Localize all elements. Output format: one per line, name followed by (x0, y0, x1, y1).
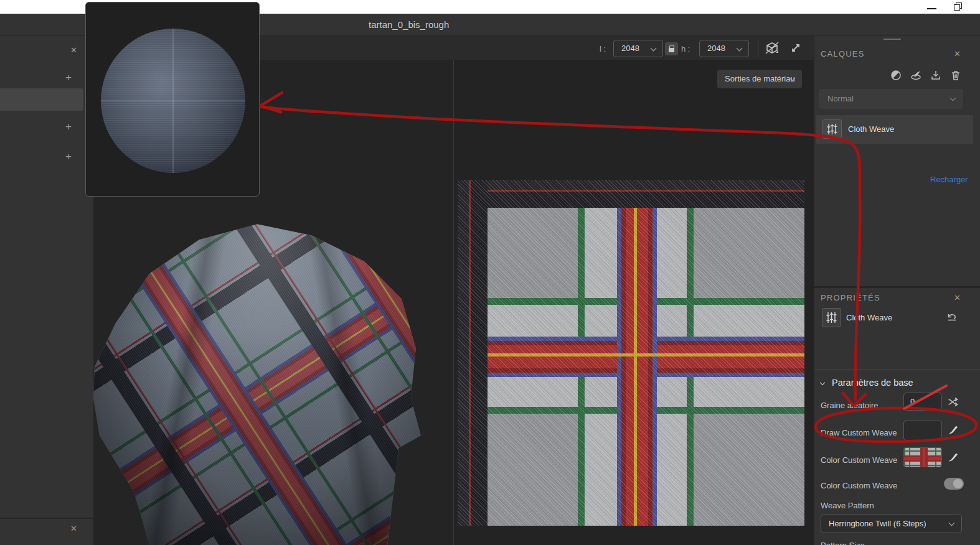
panel-divider (814, 369, 980, 370)
chevron-down-icon (820, 380, 825, 385)
material-outputs-dropdown[interactable]: Sorties de matériau (717, 70, 802, 88)
color-custom-weave-toggle[interactable] (944, 478, 964, 490)
brush-icon[interactable] (947, 451, 959, 463)
texture-2d-preview (458, 180, 804, 526)
lock-icon (669, 48, 674, 52)
random-seed-label: Graine aléatoire (821, 401, 879, 410)
left-sidebar: ✕ + + + ✕ (0, 36, 93, 545)
import-icon[interactable] (930, 69, 942, 82)
close-icon[interactable]: ✕ (954, 293, 961, 302)
chevron-down-icon (651, 45, 657, 52)
resource-header-row: Cloth Weave (814, 305, 980, 337)
random-seed-input[interactable]: 0 (903, 393, 942, 411)
3d-view-toggle-icon[interactable] (763, 40, 781, 57)
lock-ratio-button[interactable] (665, 42, 678, 55)
width-select[interactable]: 2048 (613, 40, 663, 57)
reload-link[interactable]: Recharger (930, 175, 968, 184)
add-button[interactable]: + (65, 121, 72, 133)
resource-name: Cloth Weave (846, 313, 892, 322)
color-custom-weave-toggle-label: Color Custom Weave (821, 481, 897, 490)
draw-custom-weave-label: Draw Custom Weave (821, 428, 897, 437)
height-select[interactable]: 2048 (699, 40, 749, 57)
shuffle-icon[interactable] (946, 396, 959, 408)
layer-row[interactable]: Cloth Weave (816, 115, 973, 144)
add-button[interactable]: + (65, 151, 72, 163)
chevron-down-icon (737, 45, 743, 52)
weave-pattern-label: Weave Pattern (821, 501, 874, 510)
weave-pattern-select[interactable]: Herringbone Twill (6 Steps) (821, 514, 962, 533)
draw-custom-weave-thumbnail[interactable] (903, 421, 942, 440)
reset-icon[interactable] (946, 311, 958, 324)
color-custom-weave-label: Color Custom Weave (821, 455, 897, 465)
chevron-down-icon (949, 520, 955, 526)
width-label: l : (600, 44, 606, 54)
close-icon[interactable]: ✕ (70, 45, 77, 55)
add-button[interactable]: + (65, 72, 72, 84)
material-preview-panel[interactable] (85, 2, 260, 197)
cloth-weave-icon (822, 119, 842, 139)
blend-mode-select[interactable]: Normal (819, 89, 963, 109)
properties-panel: PROPRIÉTÉS ✕ Cloth Weave (814, 288, 980, 545)
color-custom-weave-thumbnail[interactable] (903, 447, 942, 467)
toggle-knob (953, 479, 963, 488)
brush-icon[interactable] (947, 424, 959, 436)
delete-icon[interactable] (949, 69, 962, 82)
chevron-down-icon (950, 95, 956, 101)
app-window: tartan_0_bis_rough l : 2048 h : 2048 ✕ +… (0, 0, 980, 545)
material-sphere-preview (101, 29, 245, 173)
base-params-section-header[interactable]: Paramètres de base (821, 378, 913, 388)
panel-divider (0, 518, 93, 519)
pattern-size-label: Pattern Size (821, 541, 865, 545)
close-icon[interactable]: ✕ (954, 49, 961, 58)
viewport-2d[interactable] (454, 60, 814, 545)
selected-list-item[interactable] (0, 88, 83, 111)
effect-icon[interactable] (910, 69, 922, 82)
layers-panel-title: CALQUES (821, 49, 865, 58)
document-title: tartan_0_bis_rough (369, 19, 449, 30)
restore-window-icon[interactable] (954, 2, 962, 11)
fullscreen-icon[interactable] (789, 42, 802, 54)
properties-panel-title: PROPRIÉTÉS (821, 293, 880, 302)
panel-drag-handle[interactable] (883, 39, 901, 40)
layer-name: Cloth Weave (848, 124, 894, 134)
height-label: h : (681, 44, 690, 54)
close-icon[interactable]: ✕ (70, 524, 77, 533)
cloth-weave-icon (822, 308, 841, 327)
right-sidebar: CALQUES ✕ Normal (814, 36, 980, 545)
toolbar-separator (758, 39, 758, 57)
minimize-icon[interactable] (927, 8, 936, 9)
mask-icon[interactable] (890, 69, 902, 82)
